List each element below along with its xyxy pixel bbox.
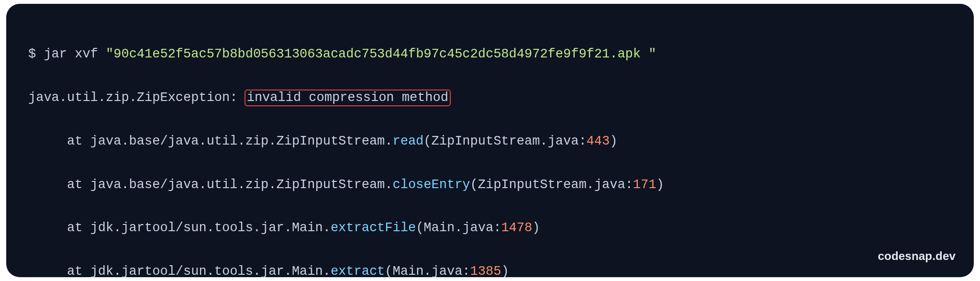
stack-frame: at java.base/java.util.zip.ZipInputStrea…	[28, 131, 964, 152]
frame-line: 1385	[470, 264, 501, 279]
paren-close: )	[656, 178, 664, 192]
colon-sep: :	[579, 134, 586, 148]
exception-message: invalid compression method	[247, 90, 448, 105]
code-snippet-terminal: $ jar xvf "90c41e52f5ac57b8bd056313063ac…	[6, 4, 974, 277]
colon-sep: :	[462, 264, 470, 279]
frame-method: extractFile	[331, 221, 416, 235]
frame-method: read	[393, 134, 424, 148]
frame-file: Main.java	[423, 221, 493, 235]
frame-file: Main.java	[393, 264, 463, 279]
frame-line: 1478	[501, 221, 532, 235]
colon-sep: :	[493, 221, 501, 235]
colon: :	[230, 90, 245, 105]
at-keyword: at	[67, 178, 90, 192]
stack-frame: at jdk.jartool/sun.tools.jar.Main.extrac…	[28, 261, 964, 281]
command-argument: "90c41e52f5ac57b8bd056313063acadc753d44f…	[106, 47, 656, 61]
exception-class: java.util.zip.ZipException	[28, 90, 230, 105]
paren-open: (	[385, 264, 392, 279]
paren-close: )	[532, 221, 540, 235]
frame-method: extract	[331, 264, 385, 279]
frame-file: ZipInputStream.java	[432, 134, 579, 148]
paren-open: (	[423, 134, 431, 148]
at-keyword: at	[67, 134, 90, 148]
frame-qualifier: java.base/java.util.zip.ZipInputStream.	[90, 178, 393, 192]
error-highlight-box: invalid compression method	[245, 90, 451, 106]
paren-open: (	[470, 178, 478, 192]
colon-sep: :	[625, 178, 633, 192]
stack-frame: at java.base/java.util.zip.ZipInputStrea…	[28, 174, 964, 196]
frame-qualifier: java.base/java.util.zip.ZipInputStream.	[90, 134, 393, 148]
frame-line: 171	[633, 178, 657, 192]
paren-open: (	[416, 221, 423, 235]
at-keyword: at	[67, 221, 90, 235]
frame-method: closeEntry	[393, 178, 470, 192]
paren-close: )	[501, 264, 509, 279]
frame-file: ZipInputStream.java	[478, 178, 625, 192]
exception-line: java.util.zip.ZipException: invalid comp…	[28, 87, 964, 109]
stack-frame: at jdk.jartool/sun.tools.jar.Main.extrac…	[28, 217, 964, 239]
frame-qualifier: jdk.jartool/sun.tools.jar.Main.	[90, 221, 331, 235]
frame-qualifier: jdk.jartool/sun.tools.jar.Main.	[90, 264, 331, 279]
frame-line: 443	[587, 134, 610, 148]
command-line: $ jar xvf "90c41e52f5ac57b8bd056313063ac…	[28, 44, 964, 65]
paren-close: )	[610, 134, 617, 148]
at-keyword: at	[67, 264, 90, 279]
prompt-symbol: $	[28, 47, 44, 61]
watermark-label: codesnap.dev	[878, 247, 956, 266]
command-verb: jar xvf	[44, 47, 106, 61]
